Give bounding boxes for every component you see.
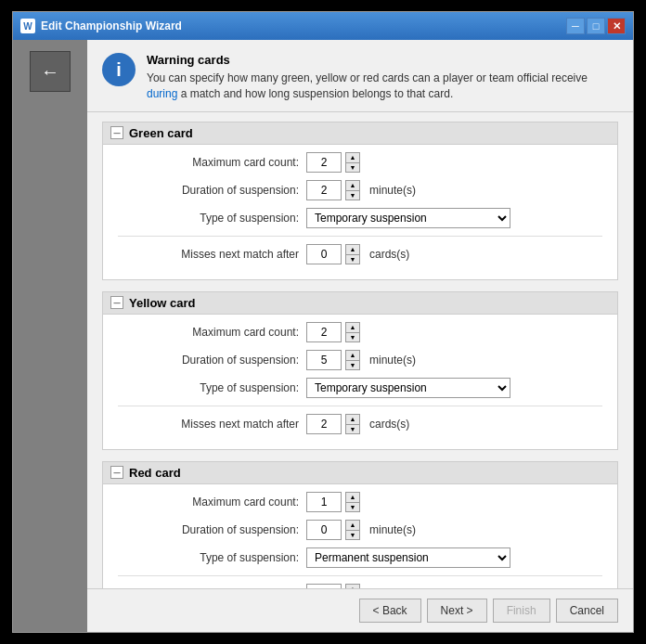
yellow-max-count-arrows: ▲ ▼ — [345, 322, 360, 342]
green-misses-label: Misses next match after — [118, 248, 299, 261]
red-duration-unit: minute(s) — [369, 523, 416, 536]
green-max-count-row: Maximum card count: ▲ ▼ — [118, 152, 602, 173]
green-suspension-type-row: Type of suspension: Temporary suspension… — [118, 208, 602, 228]
red-card-label: Red card — [129, 466, 181, 480]
red-suspension-type-select[interactable]: Temporary suspension Permanent suspensio… — [306, 547, 510, 568]
back-arrow-button[interactable]: ← — [30, 51, 71, 92]
red-duration-up[interactable]: ▲ — [345, 520, 360, 530]
main-window: W Edit Championship Wizard ─ □ ✕ ← i War… — [12, 11, 634, 633]
red-divider — [118, 575, 602, 576]
yellow-max-count-down[interactable]: ▼ — [345, 332, 360, 342]
yellow-max-count-up[interactable]: ▲ — [345, 322, 360, 332]
yellow-misses-up[interactable]: ▲ — [345, 414, 360, 424]
red-max-count-row: Maximum card count: ▲ ▼ — [118, 492, 602, 512]
red-max-count-input[interactable] — [306, 492, 342, 512]
yellow-max-count-spinner: ▲ ▼ — [306, 322, 360, 342]
green-card-collapse-button[interactable]: ─ — [110, 126, 123, 139]
red-duration-arrows: ▲ ▼ — [345, 520, 360, 540]
header-text: Warning cards You can specify how many g… — [147, 53, 618, 102]
green-suspension-type-label: Type of suspension: — [118, 212, 299, 225]
header-link: during — [147, 87, 177, 100]
yellow-max-count-input[interactable] — [306, 322, 342, 342]
title-bar: W Edit Championship Wizard ─ □ ✕ — [13, 12, 633, 40]
yellow-misses-down[interactable]: ▼ — [345, 424, 360, 434]
green-misses-arrows: ▲ ▼ — [345, 244, 360, 264]
red-max-count-label: Maximum card count: — [118, 496, 299, 509]
yellow-max-count-label: Maximum card count: — [118, 326, 299, 339]
yellow-divider — [118, 406, 602, 406]
yellow-duration-unit: minute(s) — [369, 354, 416, 367]
green-duration-down[interactable]: ▼ — [345, 190, 360, 200]
finish-button[interactable]: Finish — [493, 599, 550, 623]
green-max-count-label: Maximum card count: — [118, 156, 299, 169]
header-description: You can specify how many green, yellow o… — [147, 71, 618, 102]
yellow-card-collapse-button[interactable]: ─ — [110, 296, 123, 309]
red-suspension-type-select-wrap: Temporary suspension Permanent suspensio… — [306, 547, 510, 568]
yellow-duration-input[interactable] — [306, 350, 342, 370]
sidebar: ← — [13, 40, 87, 632]
green-misses-down[interactable]: ▼ — [345, 254, 360, 264]
yellow-misses-spinner: ▲ ▼ cards(s) — [306, 414, 409, 434]
green-misses-input[interactable] — [306, 244, 342, 264]
yellow-misses-input[interactable] — [306, 414, 342, 434]
yellow-misses-row: Misses next match after ▲ ▼ cards(s) — [118, 414, 602, 434]
green-misses-up[interactable]: ▲ — [345, 244, 360, 254]
yellow-suspension-type-label: Type of suspension: — [118, 381, 299, 394]
red-card-collapse-button[interactable]: ─ — [110, 466, 123, 479]
yellow-max-count-row: Maximum card count: ▲ ▼ — [118, 322, 602, 342]
main-content: i Warning cards You can specify how many… — [87, 40, 633, 632]
green-duration-spinner: ▲ ▼ minute(s) — [306, 180, 416, 200]
green-duration-unit: minute(s) — [369, 184, 416, 197]
yellow-duration-arrows: ▲ ▼ — [345, 350, 360, 370]
yellow-misses-arrows: ▲ ▼ — [345, 414, 360, 434]
green-suspension-type-select[interactable]: Temporary suspension Permanent suspensio… — [306, 208, 510, 228]
yellow-suspension-type-row: Type of suspension: Temporary suspension… — [118, 378, 602, 398]
yellow-duration-label: Duration of suspension: — [118, 354, 299, 367]
footer: < Back Next > Finish Cancel — [87, 588, 633, 632]
scroll-area[interactable]: ─ Green card Maximum card count: ▲ ▼ — [87, 112, 633, 588]
window-title: Edit Championship Wizard — [41, 19, 566, 32]
yellow-duration-up[interactable]: ▲ — [345, 350, 360, 360]
green-max-count-down[interactable]: ▼ — [345, 162, 360, 173]
yellow-duration-spinner: ▲ ▼ minute(s) — [306, 350, 416, 370]
red-max-count-up[interactable]: ▲ — [345, 492, 360, 502]
red-duration-input[interactable] — [306, 520, 342, 540]
green-misses-spinner: ▲ ▼ cards(s) — [306, 244, 409, 264]
minimize-button[interactable]: ─ — [566, 18, 585, 34]
green-misses-unit: cards(s) — [369, 248, 409, 261]
window-icon: W — [20, 19, 35, 33]
back-button[interactable]: < Back — [359, 599, 421, 623]
header-title: Warning cards — [147, 53, 618, 67]
green-duration-input[interactable] — [306, 180, 342, 200]
green-max-count-up[interactable]: ▲ — [345, 152, 360, 162]
title-controls: ─ □ ✕ — [566, 18, 626, 34]
yellow-duration-down[interactable]: ▼ — [345, 360, 360, 370]
red-card-header: ─ Red card — [103, 462, 617, 484]
close-button[interactable]: ✕ — [607, 18, 626, 34]
maximize-button[interactable]: □ — [587, 18, 605, 34]
red-duration-spinner: ▲ ▼ minute(s) — [306, 520, 416, 540]
green-max-count-spinner: ▲ ▼ — [306, 152, 360, 173]
red-suspension-type-row: Type of suspension: Temporary suspension… — [118, 547, 602, 568]
green-duration-label: Duration of suspension: — [118, 184, 299, 197]
green-duration-row: Duration of suspension: ▲ ▼ minute(s) — [118, 180, 602, 200]
yellow-misses-unit: cards(s) — [369, 418, 409, 431]
green-duration-arrows: ▲ ▼ — [345, 180, 360, 200]
green-divider — [118, 236, 602, 237]
next-button[interactable]: Next > — [427, 599, 487, 623]
green-duration-up[interactable]: ▲ — [345, 180, 360, 190]
green-max-count-input[interactable] — [306, 152, 342, 173]
red-duration-down[interactable]: ▼ — [345, 530, 360, 540]
yellow-card-body: Maximum card count: ▲ ▼ Duration of susp… — [103, 315, 617, 449]
red-card-body: Maximum card count: ▲ ▼ Duration of susp… — [103, 484, 617, 588]
green-suspension-type-select-wrap: Temporary suspension Permanent suspensio… — [306, 208, 510, 228]
red-duration-row: Duration of suspension: ▲ ▼ minute(s) — [118, 520, 602, 540]
green-max-count-arrows: ▲ ▼ — [345, 152, 360, 173]
yellow-suspension-type-select[interactable]: Temporary suspension Permanent suspensio… — [306, 378, 510, 398]
info-icon: i — [102, 53, 136, 86]
green-card-section: ─ Green card Maximum card count: ▲ ▼ — [102, 122, 618, 280]
cancel-button[interactable]: Cancel — [556, 599, 618, 623]
yellow-card-section: ─ Yellow card Maximum card count: ▲ ▼ — [102, 291, 618, 450]
red-max-count-down[interactable]: ▼ — [345, 502, 360, 512]
window-body: ← i Warning cards You can specify how ma… — [13, 40, 633, 632]
